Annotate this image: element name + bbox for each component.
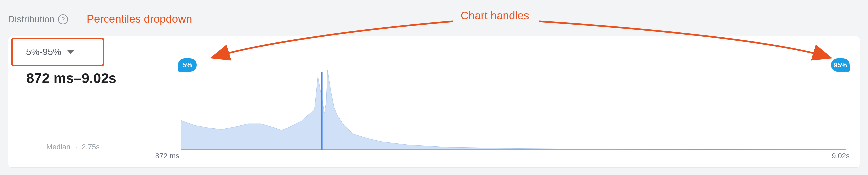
distribution-sparkline <box>181 60 846 150</box>
chevron-down-icon <box>67 50 74 54</box>
percentiles-dropdown[interactable]: 5%-95% <box>11 38 104 67</box>
percentiles-dropdown-label: 5%-95% <box>26 47 61 57</box>
median-separator: · <box>75 143 77 151</box>
median-value: 2.75s <box>82 143 99 151</box>
annotation-percentiles-dropdown: Percentiles dropdown <box>87 13 192 25</box>
panel-header: Distribution ? <box>8 14 68 25</box>
chart-handle-end[interactable]: 95% <box>831 58 850 72</box>
distribution-chart: 5% 95% 872 ms 9.02s <box>181 60 846 150</box>
panel-title: Distribution <box>8 14 55 25</box>
axis-label-end: 9.02s <box>832 152 850 160</box>
median-label: Median <box>46 143 70 151</box>
distribution-card: 5%-95% 872 ms–9.02s Median · 2.75s 5% 95… <box>8 36 860 168</box>
chart-handle-start[interactable]: 5% <box>178 58 197 72</box>
median-line-icon <box>29 147 41 147</box>
median-legend: Median · 2.75s <box>29 143 99 151</box>
help-icon[interactable]: ? <box>58 15 68 24</box>
annotation-chart-handles: Chart handles <box>461 9 529 22</box>
selected-range-value: 872 ms–9.02s <box>26 71 117 86</box>
axis-label-start: 872 ms <box>149 152 179 160</box>
